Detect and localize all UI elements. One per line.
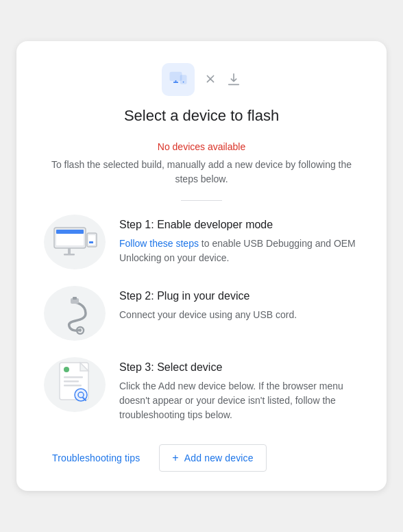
svg-rect-20 (64, 380, 79, 383)
add-device-label: Add new device (184, 452, 254, 463)
svg-rect-8 (68, 248, 71, 254)
svg-rect-19 (64, 376, 83, 378)
step-3-title: Step 3: Select device (119, 361, 359, 374)
step-1-desc: Follow these steps to enable USB Debuggi… (119, 237, 359, 265)
step-1-illustration (44, 215, 106, 269)
download-icon (226, 72, 241, 87)
step-2: Step 2: Plug in your device Connect your… (44, 286, 359, 341)
svg-rect-21 (64, 385, 82, 387)
step-2-illustration (44, 286, 106, 341)
add-device-button[interactable]: + Add new device (159, 444, 266, 472)
add-icon: + (172, 452, 178, 464)
svg-rect-0 (170, 73, 181, 81)
follow-steps-link[interactable]: Follow these steps (119, 238, 199, 249)
header-icons (44, 63, 359, 96)
step-1-content: Step 1: Enable developer mode Follow the… (119, 215, 359, 265)
step-3-desc: Click the Add new device below. If the b… (119, 379, 359, 422)
step-1-title: Step 1: Enable developer mode (119, 219, 359, 231)
troubleshooting-button[interactable]: Troubleshooting tips (44, 446, 148, 470)
footer: Troubleshooting tips + Add new device (44, 442, 359, 472)
step-3-illustration (44, 357, 106, 412)
step-2-title: Step 2: Plug in your device (119, 290, 359, 302)
divider (181, 200, 222, 201)
no-devices-desc: To flash the selected build, manually ad… (44, 158, 359, 186)
svg-rect-14 (73, 297, 77, 300)
step-2-desc: Connect your device using any USB cord. (119, 308, 359, 322)
svg-point-16 (79, 329, 82, 332)
svg-rect-9 (64, 254, 75, 256)
arrow-icon (203, 72, 218, 87)
svg-point-18 (64, 367, 69, 372)
step-3-content: Step 3: Select device Click the Add new … (119, 357, 359, 422)
step-1: Step 1: Enable developer mode Follow the… (44, 215, 359, 269)
step-3: Step 3: Select device Click the Add new … (44, 357, 359, 422)
svg-rect-7 (56, 230, 84, 234)
device-icon (162, 63, 195, 96)
no-devices-section: No devices available To flash the select… (44, 141, 359, 186)
step-2-content: Step 2: Plug in your device Connect your… (119, 286, 359, 322)
svg-rect-12 (89, 241, 93, 243)
steps-list: Step 1: Enable developer mode Follow the… (44, 215, 359, 422)
page-title: Select a device to flash (44, 107, 359, 125)
no-devices-label: No devices available (44, 141, 359, 152)
main-card: Select a device to flash No devices avai… (16, 41, 387, 491)
